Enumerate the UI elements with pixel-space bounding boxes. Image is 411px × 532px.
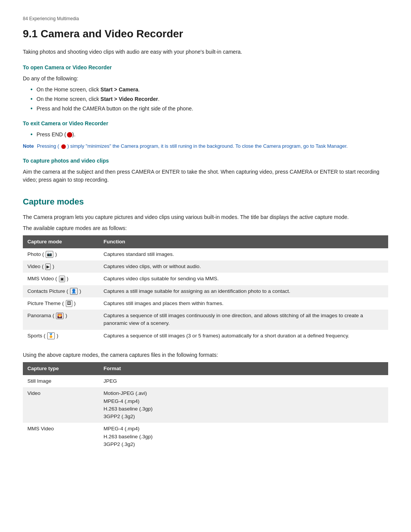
func-mms-video: Captures video clips suitable for sendin…: [99, 273, 388, 285]
format-mms-video: MPEG-4 (.mp4)H.263 baseline (.3gp)3GPP2 …: [99, 423, 388, 451]
capture-modes-intro2: The available capture modes are as follo…: [23, 224, 388, 232]
format-video: Motion-JPEG (.avi)MPEG-4 (.mp4)H.263 bas…: [99, 387, 388, 423]
photo-icon: 📷: [46, 251, 53, 257]
bullet-start-camera: On the Home screen, click Start > Camera…: [30, 86, 388, 94]
capture-formats-table: Capture type Format Still Image JPEG Vid…: [23, 362, 388, 451]
table-row: MMS Video MPEG-4 (.mp4)H.263 baseline (.…: [23, 423, 388, 451]
note-label: Note: [23, 142, 34, 150]
exit-camera-bullets: Press END ().: [30, 131, 388, 139]
video-icon: ▶: [45, 264, 51, 270]
note-block: Note Pressing ( ) simply "minimizes" the…: [23, 142, 388, 150]
note-end-icon: [61, 144, 66, 149]
table-row: Sports ( 🏅 ) Captures a sequence of stil…: [23, 330, 388, 342]
capture-modes-title: Capture modes: [23, 195, 388, 208]
page-label: 84 Experiencing Multimedia: [23, 15, 388, 22]
func-photo: Captures standard still images.: [99, 248, 388, 260]
heading-capture-photos: To capture photos and video clips: [23, 157, 388, 165]
table-row: Photo ( 📷 ) Captures standard still imag…: [23, 248, 388, 260]
col-header-capture-type: Capture type: [23, 362, 99, 375]
capture-formats-intro: Using the above capture modes, the camer…: [23, 351, 388, 359]
sports-icon: 🏅: [47, 332, 55, 339]
table-row: Still Image JPEG: [23, 375, 388, 387]
mode-panorama: Panorama ( 🌄 ): [23, 310, 99, 330]
panorama-icon: 🌄: [56, 313, 64, 319]
table-row: Picture Theme ( 🖼 ) Captures still image…: [23, 297, 388, 310]
col-header-function: Function: [99, 235, 388, 248]
mode-photo: Photo ( 📷 ): [23, 248, 99, 260]
mode-video: Video ( ▶ ): [23, 260, 99, 273]
col-header-format: Format: [99, 362, 388, 375]
table-row: Panorama ( 🌄 ) Captures a sequence of st…: [23, 310, 388, 330]
picture-theme-icon: 🖼: [66, 300, 72, 307]
format-still-image: JPEG: [99, 375, 388, 387]
type-still-image: Still Image: [23, 375, 99, 387]
heading-exit-camera: To exit Camera or Video Recorder: [23, 120, 388, 128]
table-row: Video Motion-JPEG (.avi)MPEG-4 (.mp4)H.2…: [23, 387, 388, 423]
contacts-icon: 👤: [70, 288, 78, 294]
col-header-capture-mode: Capture mode: [23, 235, 99, 248]
note-text: Pressing ( ) simply "minimizes" the Came…: [37, 142, 348, 150]
mode-picture-theme: Picture Theme ( 🖼 ): [23, 297, 99, 310]
heading-open-camera: To open Camera or Video Recorder: [23, 64, 388, 72]
func-contacts-picture: Captures a still image suitable for assi…: [99, 285, 388, 297]
mms-video-icon: ▣: [59, 276, 65, 282]
mode-contacts-picture: Contacts Picture ( 👤 ): [23, 285, 99, 297]
capture-modes-header-row: Capture mode Function: [23, 235, 388, 248]
capture-photos-body: Aim the camera at the subject and then p…: [23, 168, 388, 184]
end-icon: [67, 132, 72, 137]
bullet-press-end: Press END ().: [30, 131, 388, 139]
func-panorama: Captures a sequence of still images cont…: [99, 310, 388, 330]
intro-text: Taking photos and shooting video clips w…: [23, 48, 388, 56]
open-camera-body: Do any of the following:: [23, 75, 388, 83]
func-sports: Captures a sequence of still images (3 o…: [99, 330, 388, 342]
open-camera-bullets: On the Home screen, click Start > Camera…: [30, 86, 388, 113]
bullet-start-video-recorder: On the Home screen, click Start > Video …: [30, 95, 388, 103]
type-mms-video: MMS Video: [23, 423, 99, 451]
func-picture-theme: Captures still images and places them wi…: [99, 297, 388, 310]
chapter-title: 9.1 Camera and Video Recorder: [23, 26, 388, 42]
table-row: Contacts Picture ( 👤 ) Captures a still …: [23, 285, 388, 297]
func-video: Captures video clips, with or without au…: [99, 260, 388, 273]
type-video: Video: [23, 387, 99, 423]
table-row: Video ( ▶ ) Captures video clips, with o…: [23, 260, 388, 273]
table-row: MMS Video ( ▣ ) Captures video clips sui…: [23, 273, 388, 285]
mode-mms-video: MMS Video ( ▣ ): [23, 273, 99, 285]
bullet-camera-button: Press and hold the CAMERA button on the …: [30, 105, 388, 113]
capture-modes-intro1: The Camera program lets you capture pict…: [23, 213, 388, 221]
capture-formats-header-row: Capture type Format: [23, 362, 388, 375]
mode-sports: Sports ( 🏅 ): [23, 330, 99, 342]
capture-modes-table: Capture mode Function Photo ( 📷 ) Captur…: [23, 235, 388, 342]
